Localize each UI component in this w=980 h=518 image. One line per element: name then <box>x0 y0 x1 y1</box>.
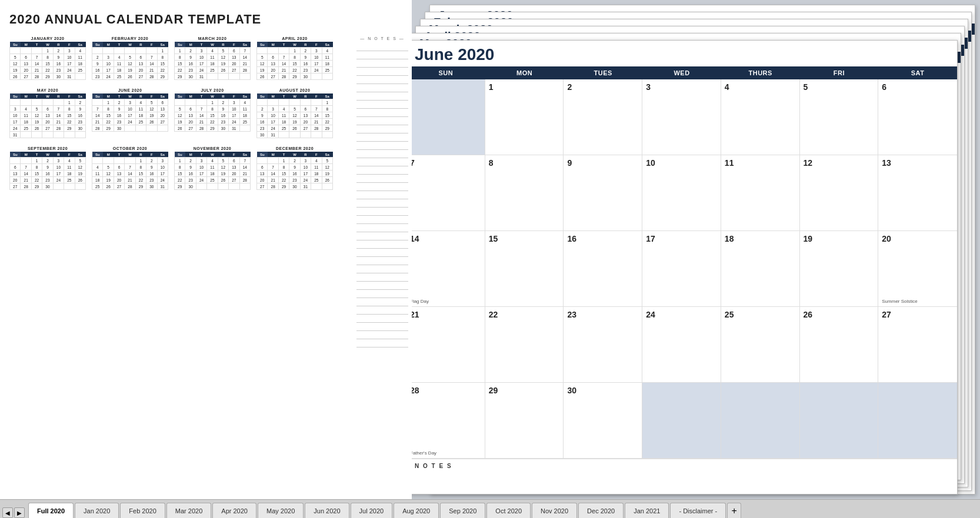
mini-cal-july-2020: JULY 2020SuMTWRFSa1234567891011121314151… <box>174 88 251 138</box>
note-line <box>356 191 408 199</box>
day-9: 9 <box>564 155 642 230</box>
note-line <box>356 339 408 347</box>
mini-cal-february-2020: FEBRUARY 2020SuMTWRFSa123456789101112131… <box>92 36 168 80</box>
mini-cal-october-2020: OCTOBER 2020SuMTWRFSa1234567891011121314… <box>92 146 168 190</box>
note-line <box>356 76 408 84</box>
tab-may-2020[interactable]: May 2020 <box>258 503 304 518</box>
day-8: 8 <box>485 155 564 230</box>
note-line <box>356 183 408 191</box>
day-26: 26 <box>800 307 879 382</box>
week-row: 21 22 23 24 25 26 27 <box>412 307 957 383</box>
note-line <box>356 109 408 117</box>
tab-apr-2020[interactable]: Apr 2020 <box>212 503 256 518</box>
day-12: 12 <box>800 155 879 230</box>
tab-mar-2020[interactable]: Mar 2020 <box>166 503 211 518</box>
note-line <box>356 43 408 51</box>
note-line <box>356 331 408 339</box>
mini-cal-november-2020: NOVEMBER 2020SuMTWRFSa123456789101112131… <box>174 146 251 190</box>
mini-cal-may-2020: MAY 2020SuMTWRFSa12345678910111213141516… <box>9 88 86 138</box>
day-11: 11 <box>721 155 800 230</box>
june-body: 1 2 3 4 5 6 7 8 9 10 11 12 13 <box>412 79 957 459</box>
left-panel-inner: JANUARY 2020SuMTWRFSa1234567891011121314… <box>9 36 402 190</box>
day-7: 7 <box>412 155 485 230</box>
tab-oct-2020[interactable]: Oct 2020 <box>486 503 531 518</box>
note-line <box>356 323 408 331</box>
left-panel: 2020 ANNUAL CALENDAR TEMPLATE JANUARY 20… <box>0 0 412 499</box>
day-5: 5 <box>800 79 879 155</box>
note-line <box>356 265 408 273</box>
main-area: 2020 ANNUAL CALENDAR TEMPLATE JANUARY 20… <box>0 0 980 499</box>
day-empty <box>642 383 721 458</box>
note-line <box>356 117 408 125</box>
week-row: 1 2 3 4 5 6 <box>412 79 957 155</box>
note-line <box>356 240 408 249</box>
june-calendar: June 2020 SUN MON TUES WED THURS FRI SAT… <box>412 40 958 494</box>
day-24: 24 <box>642 307 721 382</box>
june-header: SUN MON TUES WED THURS FRI SAT <box>412 66 957 79</box>
day-23: 23 <box>564 307 642 382</box>
june-title: June 2020 <box>412 41 957 66</box>
mini-cal-march-2020: MARCH 2020SuMTWRFSa123456789101112131415… <box>174 36 251 80</box>
tab-disclaimer[interactable]: - Disclaimer - <box>670 503 726 518</box>
note-line <box>356 208 408 216</box>
tab-jun-2020[interactable]: Jun 2020 <box>305 503 349 518</box>
mini-cal-september-2020: SEPTEMBER 2020SuMTWRFSa12345678910111213… <box>9 146 86 190</box>
day-16: 16 <box>564 231 642 306</box>
right-panel: January 2020 SUN MON TUES WED THURS FRI … <box>412 0 980 499</box>
tab-jan-2021[interactable]: Jan 2021 <box>625 503 669 518</box>
note-line <box>356 142 408 150</box>
day-25: 25 <box>721 307 800 382</box>
tab-nov-2020[interactable]: Nov 2020 <box>532 503 577 518</box>
nav-arrows: ◀ ▶ <box>2 507 25 518</box>
day-4: 4 <box>721 79 800 155</box>
note-line <box>356 125 408 133</box>
annual-title: 2020 ANNUAL CALENDAR TEMPLATE <box>9 12 402 27</box>
tab-bar: ◀ ▶ Full 2020 Jan 2020 Feb 2020 Mar 2020… <box>0 499 980 518</box>
note-line <box>356 298 408 306</box>
day-empty <box>800 383 879 458</box>
tab-feb-2020[interactable]: Feb 2020 <box>120 503 165 518</box>
note-line <box>356 166 408 175</box>
week-row: 28 Father's Day 29 30 <box>412 383 957 459</box>
tab-sep-2020[interactable]: Sep 2020 <box>440 503 485 518</box>
day-empty <box>721 383 800 458</box>
tab-full-2020[interactable]: Full 2020 <box>28 503 74 518</box>
day-empty <box>878 383 957 458</box>
tab-jan-2020[interactable]: Jan 2020 <box>75 503 119 518</box>
day-15: 15 <box>485 231 564 306</box>
note-line <box>356 133 408 142</box>
day-18: 18 <box>721 231 800 306</box>
day-30: 30 <box>564 383 642 458</box>
notes-panel: — N O T E S — <box>356 36 408 347</box>
day-2: 2 <box>564 79 642 155</box>
day-1: 1 <box>485 79 564 155</box>
note-line <box>356 306 408 315</box>
note-line <box>356 290 408 298</box>
add-tab-button[interactable]: + <box>727 503 741 518</box>
note-line <box>356 59 408 68</box>
mini-cal-january-2020: JANUARY 2020SuMTWRFSa1234567891011121314… <box>9 36 86 80</box>
note-line <box>356 84 408 92</box>
mini-cal-december-2020: DECEMBER 2020SuMTWRFSa123456789101112131… <box>256 146 333 190</box>
note-line <box>356 51 408 59</box>
notes-label: — N O T E S — <box>356 36 408 41</box>
day-28: 28 Father's Day <box>412 383 485 458</box>
note-line <box>356 68 408 76</box>
note-line <box>356 101 408 109</box>
nav-right[interactable]: ▶ <box>14 507 25 518</box>
tab-jul-2020[interactable]: Jul 2020 <box>351 503 393 518</box>
tab-dec-2020[interactable]: Dec 2020 <box>578 503 624 518</box>
note-line <box>356 282 408 290</box>
notes-lines <box>356 43 408 347</box>
note-line <box>356 257 408 265</box>
tab-aug-2020[interactable]: Aug 2020 <box>394 503 439 518</box>
mini-cals-grid: JANUARY 2020SuMTWRFSa1234567891011121314… <box>9 36 402 190</box>
day-21: 21 <box>412 307 485 382</box>
note-line <box>356 315 408 323</box>
nav-left[interactable]: ◀ <box>2 507 13 518</box>
day-13: 13 <box>878 155 957 230</box>
day-6: 6 <box>878 79 957 155</box>
mini-cal-april-2020: APRIL 2020SuMTWRFSa123456789101112131415… <box>256 36 333 80</box>
mini-cal-august-2020: AUGUST 2020SuMTWRFSa12345678910111213141… <box>256 88 333 138</box>
note-line <box>356 92 408 101</box>
